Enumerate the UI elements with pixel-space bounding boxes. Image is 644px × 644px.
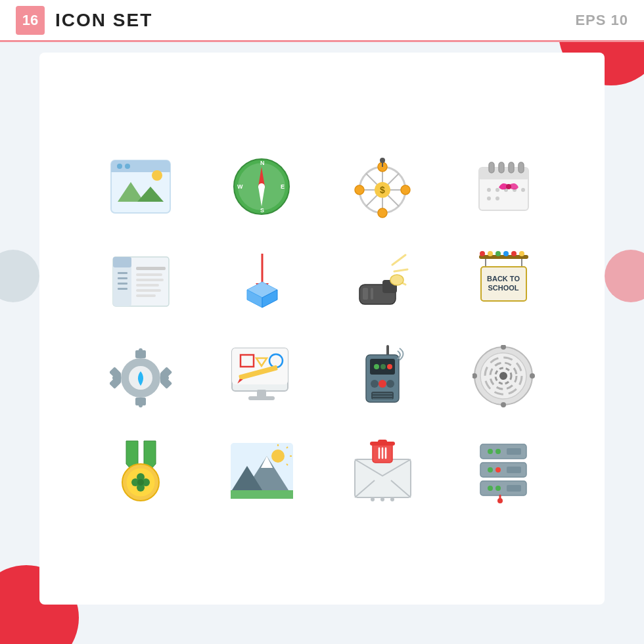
- svg-point-80: [511, 251, 517, 256]
- svg-point-37: [495, 188, 499, 192]
- svg-point-81: [519, 251, 524, 256]
- svg-rect-47: [136, 267, 166, 270]
- svg-point-125: [530, 373, 535, 379]
- decorative-circle-mid-right: [605, 250, 644, 302]
- icon-cell-mountain: [206, 431, 317, 510]
- svg-rect-69: [371, 288, 373, 300]
- svg-rect-49: [136, 279, 164, 281]
- svg-point-112: [379, 380, 386, 388]
- icon-set-title: ICON SET: [55, 10, 152, 31]
- svg-text:SCHOOL: SCHOOL: [488, 284, 518, 292]
- svg-point-138: [271, 449, 285, 463]
- svg-rect-162: [507, 448, 521, 455]
- svg-rect-35: [518, 162, 524, 173]
- svg-rect-146: [231, 490, 293, 499]
- svg-point-41: [487, 196, 491, 200]
- svg-point-23: [378, 208, 387, 218]
- money-wheel-icon: $: [343, 147, 422, 226]
- svg-point-7: [152, 170, 162, 181]
- svg-text:$: $: [380, 185, 385, 195]
- svg-point-94: [139, 403, 143, 407]
- svg-rect-32: [489, 162, 494, 173]
- svg-point-110: [387, 364, 392, 369]
- svg-rect-52: [136, 294, 156, 297]
- svg-point-36: [487, 188, 491, 192]
- back-to-school-icon: BACK TO SCHOOL: [464, 242, 543, 321]
- icon-cell-walkie-talkie: [327, 336, 438, 415]
- svg-rect-152: [378, 440, 387, 444]
- mountain-icon: [222, 431, 301, 510]
- icon-cell-3dbox: [206, 242, 317, 321]
- svg-point-93: [165, 376, 169, 380]
- svg-point-79: [503, 251, 509, 256]
- svg-point-160: [488, 449, 493, 454]
- icon-grid: N S E W: [85, 147, 559, 510]
- svg-point-25: [401, 185, 410, 195]
- 3d-box-icon: [222, 242, 301, 321]
- svg-point-157: [380, 497, 384, 501]
- svg-point-161: [495, 449, 501, 454]
- svg-point-76: [480, 251, 485, 256]
- svg-text:E: E: [281, 183, 285, 190]
- icon-cell-badge: [85, 431, 196, 510]
- svg-rect-51: [136, 289, 161, 292]
- icon-cell-image: [85, 147, 196, 226]
- svg-point-108: [374, 364, 379, 369]
- svg-point-169: [495, 486, 501, 491]
- svg-point-164: [488, 467, 493, 472]
- icon-cell-compass: N S E W: [206, 147, 317, 226]
- svg-point-172: [497, 498, 503, 503]
- svg-point-123: [499, 372, 507, 380]
- header-bar: 16 ICON SET EPS 10: [0, 0, 644, 42]
- icon-cell-back-to-school: BACK TO SCHOOL: [448, 242, 559, 321]
- svg-point-78: [495, 251, 501, 256]
- badge-icon: [101, 431, 180, 510]
- gear-water-icon: [101, 336, 180, 415]
- image-icon: [101, 147, 180, 226]
- svg-rect-53: [118, 272, 127, 274]
- svg-point-67: [390, 275, 403, 285]
- icon-cell-webpage: [85, 242, 196, 321]
- svg-rect-33: [499, 162, 504, 173]
- server-icon: [464, 431, 543, 510]
- svg-point-92: [139, 348, 143, 352]
- svg-point-111: [371, 380, 379, 388]
- svg-point-4: [125, 164, 130, 169]
- svg-text:BACK TO: BACK TO: [487, 275, 520, 283]
- svg-rect-114: [371, 392, 394, 400]
- eps-label: EPS 10: [575, 12, 628, 29]
- svg-rect-56: [118, 288, 127, 290]
- svg-point-95: [112, 376, 116, 380]
- svg-point-3: [117, 164, 122, 169]
- svg-text:N: N: [260, 160, 265, 166]
- walkie-talkie-icon: [343, 336, 422, 415]
- webpage-icon: [101, 242, 180, 321]
- svg-point-136: [137, 479, 144, 486]
- svg-rect-50: [136, 284, 159, 287]
- decorative-circle-mid-left: [0, 250, 39, 302]
- main-card: N S E W: [39, 53, 605, 605]
- svg-point-77: [488, 251, 493, 256]
- svg-rect-34: [509, 162, 514, 173]
- svg-line-140: [287, 447, 288, 448]
- svg-rect-55: [118, 283, 127, 285]
- icon-cell-calendar-ribbon: [448, 147, 559, 226]
- icon-cell-money-wheel: $: [327, 147, 438, 226]
- svg-point-168: [488, 486, 493, 491]
- svg-point-40: [521, 188, 525, 192]
- svg-rect-104: [248, 396, 275, 400]
- svg-point-158: [390, 497, 394, 501]
- svg-point-43: [506, 184, 511, 189]
- design-monitor-icon: [222, 336, 301, 415]
- svg-point-109: [380, 364, 386, 369]
- compass-icon: N S E W: [222, 147, 301, 226]
- svg-line-63: [394, 269, 407, 271]
- svg-point-113: [386, 380, 394, 388]
- svg-point-126: [501, 402, 506, 407]
- mail-trash-icon: [343, 431, 422, 510]
- svg-rect-170: [507, 485, 521, 492]
- svg-line-142: [287, 464, 288, 465]
- icon-cell-flashlight: [327, 242, 438, 321]
- svg-line-62: [392, 255, 405, 265]
- svg-point-42: [495, 196, 499, 200]
